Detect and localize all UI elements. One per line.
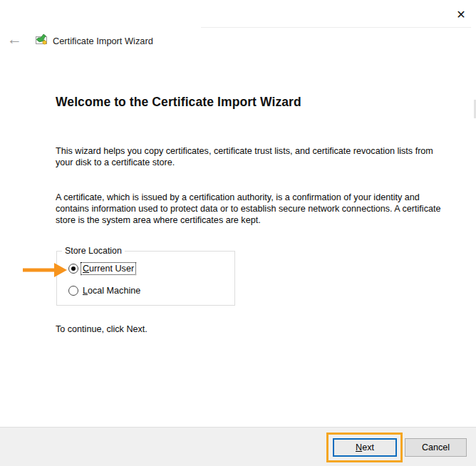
radio-button-icon[interactable] — [68, 264, 78, 274]
page-heading: Welcome to the Certificate Import Wizard — [56, 95, 301, 110]
radio-local-machine[interactable]: Local Machine — [68, 285, 142, 296]
close-icon[interactable]: ✕ — [453, 7, 469, 23]
radio-local-machine-label[interactable]: Local Machine — [81, 285, 142, 296]
radio-button-icon[interactable] — [68, 286, 78, 296]
accel-char: N — [356, 442, 362, 452]
next-button[interactable]: Next — [333, 438, 397, 457]
radio-current-user[interactable]: Current User — [68, 263, 135, 274]
titlebar-divider — [201, 27, 471, 28]
label-rest: ocal Machine — [88, 286, 140, 296]
cancel-button[interactable]: Cancel — [405, 438, 467, 457]
label-rest: ext — [362, 442, 374, 452]
label-rest: urrent User — [89, 264, 134, 274]
store-location-groupbox: Store Location Current User Local Machin… — [56, 251, 235, 306]
accel-char: C — [83, 264, 89, 274]
certificate-import-icon — [34, 33, 48, 47]
description-paragraph: A certificate, which is issued by a cert… — [56, 192, 451, 226]
radio-current-user-label[interactable]: Current User — [81, 263, 135, 274]
annotation-arrow-icon — [23, 262, 67, 278]
back-arrow-icon[interactable]: ← — [7, 31, 22, 46]
wizard-title: Certificate Import Wizard — [53, 36, 153, 46]
store-location-legend: Store Location — [62, 246, 125, 256]
certificate-import-wizard-window: ✕ ← Certificate Import Wizard Welcome to… — [0, 0, 476, 466]
intro-paragraph: This wizard helps you copy certificates,… — [56, 145, 444, 168]
instruction-text: To continue, click Next. — [56, 324, 148, 334]
accel-char: L — [83, 286, 88, 296]
